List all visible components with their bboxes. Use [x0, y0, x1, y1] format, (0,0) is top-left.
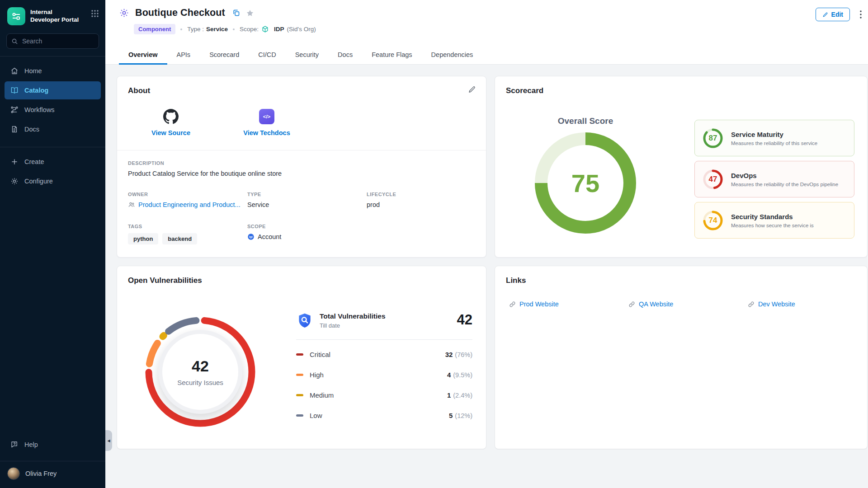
main-area: Boutique Checkout Edit [105, 0, 868, 488]
product-logo-icon [7, 7, 25, 25]
tab-apis[interactable]: APIs [167, 46, 200, 65]
links-card: Links Prod Website [495, 266, 868, 449]
link-prod-website[interactable]: Prod Website [509, 300, 628, 308]
total-vulnerabilities-subtitle: Till date [320, 322, 386, 329]
sidebar-search[interactable] [6, 33, 99, 49]
component-gear-icon [119, 8, 129, 18]
techdocs-icon: </> [259, 109, 274, 124]
more-options-icon[interactable] [860, 10, 862, 19]
severity-row-medium: Medium 1 (2.4%) [296, 385, 472, 405]
sidebar-item-home[interactable]: Home [5, 62, 101, 80]
tab-security[interactable]: Security [286, 46, 328, 65]
account-icon [247, 233, 255, 240]
sidebar-bottom: Help Olivia Frey [0, 430, 105, 488]
logo-row: Internal Developer Portal [0, 0, 105, 25]
page-header: Boutique Checkout Edit [105, 0, 868, 65]
sidebar-item-label: Help [24, 441, 38, 448]
sidebar-item-label: Docs [24, 126, 39, 133]
github-icon [163, 109, 179, 124]
search-icon [11, 38, 18, 45]
total-vulnerabilities-title: Total Vulnerabilities [320, 312, 386, 320]
people-icon [128, 201, 135, 208]
about-title: About [117, 76, 486, 95]
vulnerabilities-card: Open Vulnerabilities 42 Security Issues [117, 266, 486, 449]
entity-meta-row: Component Type : Service Scope: IDP (Sid… [134, 24, 868, 34]
scorecard-tile-devops[interactable]: 47 DevOps Measures the reliability of th… [694, 161, 854, 197]
sidebar-actions: Create Configure [0, 147, 105, 192]
about-card: About View Source [117, 76, 486, 258]
severity-row-high: High 4 (9.5%) [296, 365, 472, 385]
sidebar-item-label: Workflows [24, 106, 55, 113]
scope-field: SCOPE Account [247, 224, 367, 244]
medium-legend-dash [296, 394, 303, 396]
link-icon [509, 301, 516, 308]
link-icon [628, 301, 635, 308]
cube-icon [261, 25, 269, 33]
favorite-star-icon[interactable] [246, 9, 254, 17]
docs-icon [10, 125, 19, 133]
scope-label: Scope: [240, 26, 259, 33]
dot-separator [180, 28, 182, 30]
apps-grid-icon[interactable] [91, 9, 99, 18]
overall-score-value: 75 [535, 132, 636, 234]
avatar [7, 467, 20, 480]
vulnerabilities-summary: Total Vulnerabilities Till date 42 Criti… [296, 312, 472, 426]
sidebar-item-configure[interactable]: Configure [5, 172, 101, 190]
scorecard-title: Scorecard [495, 76, 867, 95]
tab-bar: Overview APIs Scorecard CI/CD Security D… [119, 46, 482, 65]
low-legend-dash [296, 414, 303, 417]
link-qa-website[interactable]: QA Website [628, 300, 748, 308]
gear-icon [10, 177, 19, 185]
link-icon [748, 301, 755, 308]
user-menu[interactable]: Olivia Frey [0, 461, 105, 488]
severity-row-low: Low 5 (12%) [296, 405, 472, 426]
tab-dependencies[interactable]: Dependencies [422, 46, 483, 65]
sidebar-collapse-handle[interactable]: ◀ [105, 430, 112, 451]
overall-score-label: Overall Score [535, 116, 636, 126]
kind-badge: Component [134, 24, 175, 34]
sidebar-item-label: Create [24, 158, 44, 165]
copy-icon[interactable] [232, 9, 240, 17]
tab-docs[interactable]: Docs [328, 46, 362, 65]
sidebar-item-create[interactable]: Create [5, 153, 101, 171]
sidebar-item-workflows[interactable]: Workflows [5, 101, 101, 119]
view-techdocs-link[interactable]: </> View Techdocs [233, 109, 301, 136]
link-dev-website[interactable]: Dev Website [748, 300, 867, 308]
edit-button-label: Edit [831, 11, 843, 18]
security-issues-count: 42 [192, 357, 209, 375]
tab-cicd[interactable]: CI/CD [249, 46, 285, 65]
owner-link[interactable]: Product Engineering and Product... [128, 201, 247, 208]
about-edit-pencil-icon[interactable] [468, 85, 476, 94]
page-content: About View Source [105, 65, 868, 449]
sidebar-item-label: Configure [24, 178, 53, 185]
security-issues-label: Security Issues [177, 379, 223, 386]
shield-search-icon [296, 312, 313, 329]
critical-legend-dash [296, 353, 303, 356]
owner-field: OWNER Product Engineering and Product... [128, 192, 247, 208]
edit-button[interactable]: Edit [816, 8, 850, 21]
sidebar: Internal Developer Portal Ho [0, 0, 105, 488]
scorecard-tile-security-standards[interactable]: 74 Security Standards Measures how secur… [694, 202, 854, 239]
tab-feature-flags[interactable]: Feature Flags [362, 46, 421, 65]
sidebar-item-docs[interactable]: Docs [5, 120, 101, 138]
tag-chip[interactable]: python [128, 233, 158, 244]
sidebar-item-help[interactable]: Help [5, 436, 101, 454]
search-input[interactable] [22, 38, 94, 45]
tab-scorecard[interactable]: Scorecard [200, 46, 249, 65]
lifecycle-field: LIFECYCLE prod [367, 192, 475, 208]
description-field: DESCRIPTION Product Catalog Service for … [128, 160, 475, 177]
links-title: Links [495, 266, 867, 285]
sidebar-item-label: Catalog [24, 87, 48, 94]
scorecard-tile-service-maturity[interactable]: 87 Service Maturity Measures the reliabi… [694, 120, 854, 156]
tag-chip[interactable]: backend [162, 233, 197, 244]
description-value: Product Catalog Service for the boutique… [128, 170, 475, 177]
dot-separator [233, 28, 235, 30]
type-field: TYPE Service [247, 192, 367, 208]
catalog-icon [10, 86, 19, 94]
divider [296, 339, 472, 340]
tab-overview[interactable]: Overview [119, 46, 167, 65]
tags-field: TAGS python backend [128, 224, 247, 244]
sidebar-item-catalog[interactable]: Catalog [5, 81, 101, 99]
view-source-link[interactable]: View Source [137, 109, 205, 136]
vulnerabilities-donut: 42 Security Issues [145, 317, 255, 427]
